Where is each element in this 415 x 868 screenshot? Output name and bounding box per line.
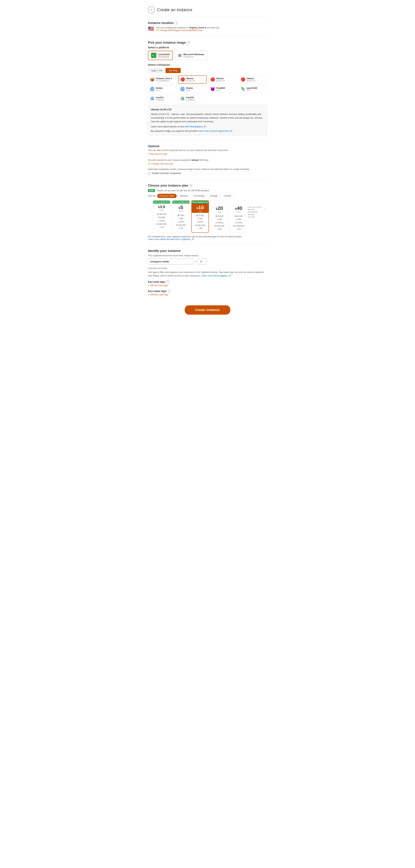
key-only-help-icon[interactable]: ? [166,280,169,283]
aws-marketplace-link[interactable]: AWS Marketplace 🔗 [184,125,207,128]
blueprint-license-text: By using this image, you agree to the pr… [151,129,264,133]
linux-sub: 26 blueprints [158,56,170,58]
blueprint-ubuntu-2204[interactable]: 🔴 Ubuntu 22.04 LTS [178,75,207,84]
times-sign: × [195,260,197,263]
blueprint-debian-114[interactable]: 🌀 Debian 11.4 [148,85,176,93]
free-trial-link[interactable]: Learn more about the free trial in Light… [148,238,194,241]
instance-location-help-icon[interactable]: ? [175,22,178,25]
tagging-options: TAGGING OPTIONS Use tags to filter and o… [148,267,267,277]
plan-section: Choose your instance plan ? New! Check o… [148,184,267,241]
platform-windows[interactable]: ⊞ Microsoft Windows 6 blueprints [175,51,207,60]
linux-icon: >_ [151,53,156,58]
create-instance-button[interactable]: Create instance [185,305,230,315]
blueprint-tabs: Apps + OS OS Only [148,68,267,73]
linux-label: Linux/Unix [158,53,170,56]
change-ssh-link[interactable]: ✏️ Change SSH key pair [148,162,267,165]
debian-114-icon: 🌀 [150,87,154,91]
plan-bundle-note: New! Check out our new 16 GB and 32 GB R… [148,189,267,192]
optional-section: Optional You can add a shell script that… [148,145,267,155]
ubuntu-2004-icon: 🔴 [210,77,215,82]
platform-linux[interactable]: >_ Linux/Unix 26 blueprints [148,51,173,60]
sort-processing-tab[interactable]: Processing [191,194,206,198]
plan-40-specs: $40 USD8 GB2 vCPUs160 GB SSD5 TB [230,214,246,231]
tagging-desc: Use tags to filter and organize your res… [148,271,267,277]
plan-20-specs: $20 USD4 GB2 vCPUs80 GB SSD4 TB [211,214,228,231]
add-key-value-link[interactable]: + Add key-value tag [148,293,267,296]
amazon-linux-icon: 📦 [150,77,154,82]
key-only-tags-section: Key-only tags ? + Add key-only tags [148,280,267,287]
centos-8-icon: ⚙️ [150,96,154,101]
centos-7-icon: ⚙️ [180,96,185,101]
windows-icon: ⊞ [178,53,182,58]
plans-row: First 3 months free! $ 3.5 USD $3.50 USD… [153,200,246,233]
plan-5-specs: $5 USD1 GB1 vCPU40 GB SSD2 TB [172,213,189,230]
ubuntu-2204-icon: 🔴 [180,77,185,82]
debian-108-icon: 🌀 [180,87,185,91]
free-badge-3-5: First 3 months free! [153,200,170,204]
snapshot-checkbox-row[interactable]: Enable Automatic Snapshots [148,172,267,175]
blueprint-grid: 📦 Amazon Linux 2 2.0.20230404.0 🔴 Ubuntu… [148,75,267,102]
blueprint-opensuse[interactable]: 🦎 openSUSE 15.4 [239,85,267,93]
freebsd-icon: 😈 [210,87,215,91]
plan-10-specs: $10 USD2 GB1 vCPU60 GB SSD3 TB [192,213,209,230]
tab-apps-os[interactable]: Apps + OS [148,68,166,73]
key-value-tags-section: Key-value tags ? + Add key-value tag [148,289,267,296]
instance-location-section: Instance location ? 🇺🇸 You are creating … [148,21,267,32]
blueprint-freebsd[interactable]: 😈 FreeBSD 12.4 [208,85,237,93]
carousel-prev[interactable]: ‹ [148,200,153,218]
carousel-next[interactable]: › [262,200,267,218]
instance-image-title: Pick your instance image ? [148,41,267,44]
blueprint-info-title: Ubuntu 22.04 LTS [151,107,264,112]
blueprint-debian-108[interactable]: 🌀 Debian 10.8 [178,85,207,93]
sort-transfer-tab[interactable]: Transfer [221,194,233,198]
eula-link[interactable]: End User License Agreement 🔗 [200,130,233,132]
blueprint-ubuntu-2004[interactable]: 🔴 Ubuntu 20.04 LTS [208,75,237,84]
key-value-help-icon[interactable]: ? [168,289,171,292]
free-badge-5: First 3 months free! [172,200,189,204]
plan-help-icon[interactable]: ? [189,184,192,187]
plan-card-3-5[interactable]: First 3 months free! $ 3.5 USD $3.50 USD… [153,200,170,233]
us-flag-icon: 🇺🇸 [148,26,154,31]
sort-price-tab[interactable]: Price per month [157,194,177,198]
plan-card-5[interactable]: First 3 months free! $ 5 USD $5 USD1 GB1… [172,200,189,233]
ssh-section: You will connect to your instance using … [148,159,267,165]
snapshot-checkbox[interactable] [148,172,150,175]
plan-3-5-specs: $3.50 USD512 MB1 vCPU20 GB SSD1 TB [153,212,170,229]
identify-title: Identify your instance [148,249,267,253]
blueprint-centos-7[interactable]: ⚙️ CentOS 7 2009-01 [178,95,207,102]
windows-label: Microsoft Windows [183,53,204,56]
plan-legend: Price per month Memory Processing Storag… [246,200,262,218]
add-launch-script-link[interactable]: + Add launch script [148,153,267,155]
add-key-only-link[interactable]: + Add key-only tags [148,284,267,287]
instance-name-input[interactable] [148,258,194,265]
optional-title: Optional [148,145,267,148]
ubuntu-1804-icon: 🔴 [241,77,245,82]
plan-card-20[interactable]: $ 20 USD $20 USD4 GB2 vCPUs80 GB SSD4 TB [211,200,228,233]
plan-title: Choose your instance plan ? [148,184,267,187]
instance-image-help-icon[interactable]: ? [187,41,190,44]
edit-ssh-icon: ✏️ [148,162,151,165]
page-title: Create an instance [157,7,192,12]
blueprint-amazon-linux-2[interactable]: 📦 Amazon Linux 2 2.0.20230404.0 [148,75,176,84]
free-trial-note: For a limited time, new Lightsail custom… [148,235,267,241]
tab-os-only[interactable]: OS Only [166,68,181,73]
sort-storage-tab[interactable]: Storage [208,194,220,198]
plan-card-10[interactable]: First 3 months free! $ 10 USD $10 USD2 G… [191,200,209,233]
plan-carousel: ‹ First 3 months free! $ 3.5 USD $3.50 U… [148,200,267,233]
bundle-note: Check out our new 16 GB and 32 GB RAM bu… [157,189,209,192]
sort-memory-tab[interactable]: Memory [178,194,190,198]
create-btn-wrap: Create instance [148,300,267,318]
ssh-info-text: You will connect to your instance using … [148,159,267,161]
tagging-learn-link[interactable]: Learn more about tagging. 🔗 [201,274,231,277]
identify-desc: Your Lightsail resources must have uniqu… [148,254,267,257]
plan-card-40[interactable]: $ 40 USD $40 USD8 GB2 vCPUs160 GB SSD5 T… [230,200,246,233]
quantity-input[interactable] [198,258,207,265]
blueprint-label: Select a blueprint [148,63,267,66]
create-icon: + [148,6,155,13]
instance-image-section: Pick your instance image ? Select a plat… [148,41,267,135]
page-header: + Create an instance [148,3,267,17]
blueprint-centos-8[interactable]: ⚙️ CentOS 8 2004-01 [148,95,176,102]
blueprint-ubuntu-1804[interactable]: 🔴 Ubuntu 18.04 LTS [239,75,267,84]
change-region-link[interactable]: ✏️ Change AWS Region and Availability Zo… [156,29,219,32]
blueprint-info-body: Ubuntu 22.04 LTS - Jammy. Lean, fast and… [151,113,264,123]
